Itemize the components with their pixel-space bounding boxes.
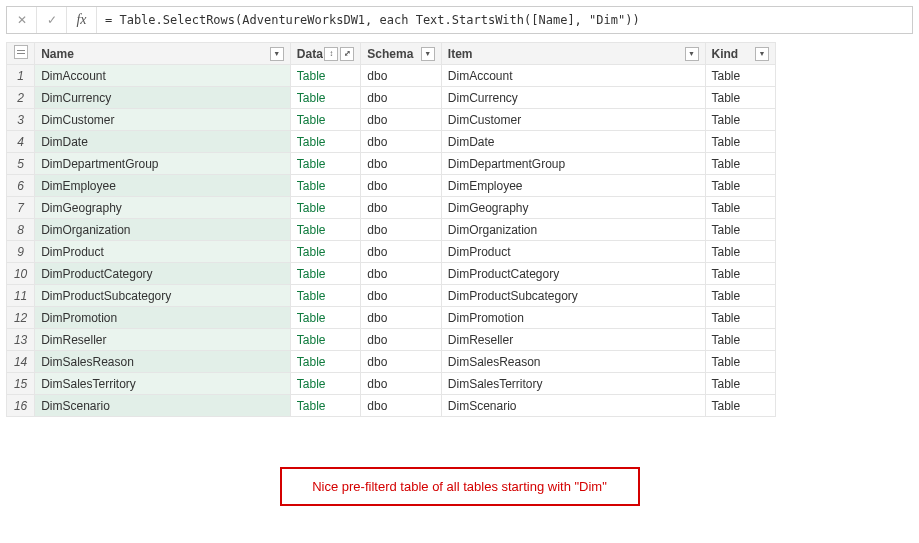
cell-kind[interactable]: Table — [705, 87, 776, 109]
cell-data[interactable]: Table — [290, 241, 360, 263]
cell-kind[interactable]: Table — [705, 65, 776, 87]
cell-schema[interactable]: dbo — [361, 351, 442, 373]
cell-name[interactable]: DimCurrency — [35, 87, 291, 109]
row-number[interactable]: 10 — [7, 263, 35, 285]
cell-name[interactable]: DimProduct — [35, 241, 291, 263]
column-header-name[interactable]: Name▼ — [35, 43, 291, 65]
cell-schema[interactable]: dbo — [361, 373, 442, 395]
cell-data[interactable]: Table — [290, 87, 360, 109]
cell-schema[interactable]: dbo — [361, 263, 442, 285]
cell-name[interactable]: DimOrganization — [35, 219, 291, 241]
cell-kind[interactable]: Table — [705, 395, 776, 417]
formula-input[interactable]: = Table.SelectRows(AdventureWorksDW1, ea… — [97, 13, 912, 27]
cell-schema[interactable]: dbo — [361, 153, 442, 175]
row-number[interactable]: 3 — [7, 109, 35, 131]
cell-name[interactable]: DimSalesReason — [35, 351, 291, 373]
row-number[interactable]: 9 — [7, 241, 35, 263]
cell-name[interactable]: DimDate — [35, 131, 291, 153]
cell-data[interactable]: Table — [290, 329, 360, 351]
expand-icon[interactable]: ↕⤢ — [324, 47, 354, 61]
table-row[interactable]: 10DimProductCategoryTabledboDimProductCa… — [7, 263, 776, 285]
row-number[interactable]: 15 — [7, 373, 35, 395]
cell-item[interactable]: DimSalesReason — [441, 351, 705, 373]
cell-data[interactable]: Table — [290, 65, 360, 87]
cell-name[interactable]: DimCustomer — [35, 109, 291, 131]
cell-kind[interactable]: Table — [705, 373, 776, 395]
cell-kind[interactable]: Table — [705, 241, 776, 263]
cell-data[interactable]: Table — [290, 395, 360, 417]
row-number[interactable]: 8 — [7, 219, 35, 241]
cell-item[interactable]: DimScenario — [441, 395, 705, 417]
row-number[interactable]: 1 — [7, 65, 35, 87]
cell-item[interactable]: DimAccount — [441, 65, 705, 87]
cell-kind[interactable]: Table — [705, 153, 776, 175]
column-header-data[interactable]: Data ↕⤢ — [290, 43, 360, 65]
table-row[interactable]: 13DimResellerTabledboDimResellerTable — [7, 329, 776, 351]
cell-item[interactable]: DimOrganization — [441, 219, 705, 241]
cell-item[interactable]: DimDate — [441, 131, 705, 153]
column-header-schema[interactable]: Schema▼ — [361, 43, 442, 65]
cell-name[interactable]: DimPromotion — [35, 307, 291, 329]
row-number[interactable]: 16 — [7, 395, 35, 417]
filter-icon[interactable]: ▼ — [685, 47, 699, 61]
table-row[interactable]: 16DimScenarioTabledboDimScenarioTable — [7, 395, 776, 417]
cell-schema[interactable]: dbo — [361, 395, 442, 417]
cell-item[interactable]: DimReseller — [441, 329, 705, 351]
table-row[interactable]: 2DimCurrencyTabledboDimCurrencyTable — [7, 87, 776, 109]
table-row[interactable]: 4DimDateTabledboDimDateTable — [7, 131, 776, 153]
cell-schema[interactable]: dbo — [361, 197, 442, 219]
column-header-item[interactable]: Item▼ — [441, 43, 705, 65]
cell-schema[interactable]: dbo — [361, 329, 442, 351]
cancel-formula-button[interactable]: ✕ — [7, 7, 37, 33]
cell-item[interactable]: DimProductSubcategory — [441, 285, 705, 307]
row-number[interactable]: 6 — [7, 175, 35, 197]
cell-name[interactable]: DimDepartmentGroup — [35, 153, 291, 175]
table-row[interactable]: 5DimDepartmentGroupTabledboDimDepartment… — [7, 153, 776, 175]
cell-data[interactable]: Table — [290, 351, 360, 373]
cell-name[interactable]: DimEmployee — [35, 175, 291, 197]
cell-kind[interactable]: Table — [705, 175, 776, 197]
table-row[interactable]: 6DimEmployeeTabledboDimEmployeeTable — [7, 175, 776, 197]
cell-schema[interactable]: dbo — [361, 285, 442, 307]
cell-kind[interactable]: Table — [705, 219, 776, 241]
row-number[interactable]: 12 — [7, 307, 35, 329]
table-row[interactable]: 12DimPromotionTabledboDimPromotionTable — [7, 307, 776, 329]
cell-data[interactable]: Table — [290, 131, 360, 153]
cell-name[interactable]: DimReseller — [35, 329, 291, 351]
cell-schema[interactable]: dbo — [361, 109, 442, 131]
cell-kind[interactable]: Table — [705, 329, 776, 351]
cell-schema[interactable]: dbo — [361, 65, 442, 87]
cell-name[interactable]: DimScenario — [35, 395, 291, 417]
row-number[interactable]: 13 — [7, 329, 35, 351]
cell-data[interactable]: Table — [290, 219, 360, 241]
cell-name[interactable]: DimSalesTerritory — [35, 373, 291, 395]
cell-schema[interactable]: dbo — [361, 219, 442, 241]
cell-name[interactable]: DimAccount — [35, 65, 291, 87]
cell-kind[interactable]: Table — [705, 197, 776, 219]
cell-item[interactable]: DimCurrency — [441, 87, 705, 109]
table-row[interactable]: 14DimSalesReasonTabledboDimSalesReasonTa… — [7, 351, 776, 373]
cell-data[interactable]: Table — [290, 285, 360, 307]
filter-icon[interactable]: ▼ — [755, 47, 769, 61]
column-header-kind[interactable]: Kind▼ — [705, 43, 776, 65]
cell-kind[interactable]: Table — [705, 263, 776, 285]
cell-data[interactable]: Table — [290, 175, 360, 197]
cell-schema[interactable]: dbo — [361, 241, 442, 263]
row-number[interactable]: 5 — [7, 153, 35, 175]
table-row[interactable]: 3DimCustomerTabledboDimCustomerTable — [7, 109, 776, 131]
row-number[interactable]: 7 — [7, 197, 35, 219]
cell-data[interactable]: Table — [290, 153, 360, 175]
cell-kind[interactable]: Table — [705, 351, 776, 373]
cell-data[interactable]: Table — [290, 197, 360, 219]
row-number[interactable]: 11 — [7, 285, 35, 307]
cell-schema[interactable]: dbo — [361, 175, 442, 197]
table-row[interactable]: 1DimAccountTabledboDimAccountTable — [7, 65, 776, 87]
row-number[interactable]: 4 — [7, 131, 35, 153]
confirm-formula-button[interactable]: ✓ — [37, 7, 67, 33]
cell-kind[interactable]: Table — [705, 131, 776, 153]
cell-data[interactable]: Table — [290, 263, 360, 285]
cell-schema[interactable]: dbo — [361, 131, 442, 153]
cell-name[interactable]: DimGeography — [35, 197, 291, 219]
cell-item[interactable]: DimSalesTerritory — [441, 373, 705, 395]
table-row[interactable]: 15DimSalesTerritoryTabledboDimSalesTerri… — [7, 373, 776, 395]
